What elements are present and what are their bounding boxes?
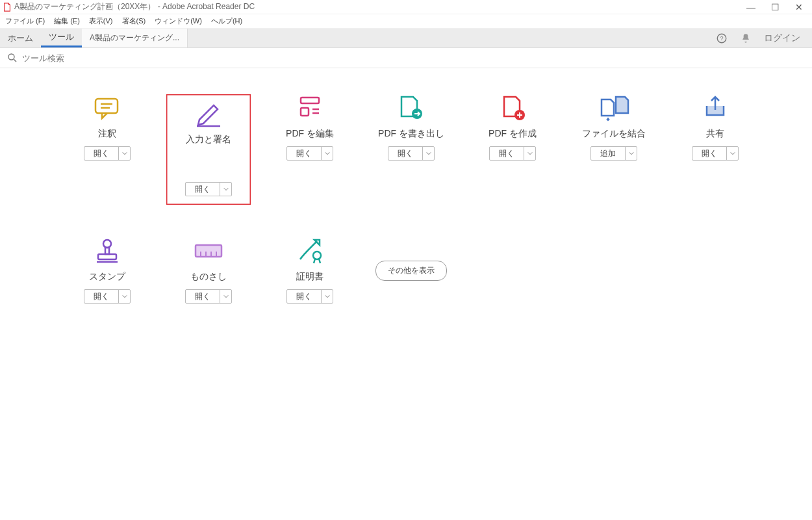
- chevron-down-icon[interactable]: [118, 147, 130, 160]
- tool-stamp[interactable]: スタンプ 開く: [65, 237, 149, 304]
- svg-point-2: [8, 54, 14, 60]
- tool-label: PDF を編集: [286, 128, 334, 140]
- tab-tools[interactable]: ツール: [41, 29, 82, 47]
- chevron-down-icon[interactable]: [321, 290, 333, 303]
- tool-label: 証明書: [296, 271, 324, 283]
- stamp-icon: [91, 237, 123, 265]
- tab-home[interactable]: ホーム: [0, 29, 41, 47]
- tool-certificate[interactable]: 証明書 開く: [268, 237, 352, 304]
- menubar: ファイル (F) 編集 (E) 表示(V) 署名(S) ウィンドウ(W) ヘルプ…: [0, 14, 812, 29]
- tool-fill-sign[interactable]: 入力と署名 開く: [166, 94, 251, 205]
- tool-create-pdf[interactable]: PDF を作成 開く: [470, 94, 555, 205]
- chevron-down-icon[interactable]: [524, 147, 535, 160]
- menu-file[interactable]: ファイル (F): [4, 15, 46, 27]
- edit-pdf-icon: [294, 94, 326, 122]
- chevron-down-icon[interactable]: [625, 147, 637, 160]
- bell-icon[interactable]: [741, 33, 751, 44]
- open-button[interactable]: 開く: [185, 182, 232, 196]
- create-pdf-icon: [496, 94, 529, 122]
- minimize-button[interactable]: —: [746, 2, 755, 12]
- add-button[interactable]: 追加: [590, 146, 637, 161]
- tool-export-pdf[interactable]: PDF を書き出し 開く: [369, 94, 453, 205]
- tool-label: 注釈: [98, 128, 116, 140]
- top-tabs: ホーム ツール A製品のマーケティング... ? ログイン: [0, 29, 812, 48]
- tool-measure[interactable]: ものさし 開く: [166, 237, 251, 304]
- tool-comment[interactable]: 注釈 開く: [65, 94, 149, 205]
- open-button[interactable]: 開く: [286, 146, 333, 161]
- chevron-down-icon[interactable]: [220, 290, 231, 303]
- combine-icon: [598, 94, 630, 122]
- tool-label: スタンプ: [89, 271, 125, 283]
- export-pdf-icon: [395, 94, 427, 122]
- show-more-button[interactable]: その他を表示: [375, 261, 447, 281]
- chevron-down-icon[interactable]: [220, 183, 231, 196]
- tool-combine[interactable]: ファイルを結合 追加: [572, 94, 656, 205]
- fill-sign-icon: [192, 100, 225, 127]
- svg-rect-4: [95, 99, 118, 113]
- tool-search-input[interactable]: [22, 53, 282, 63]
- menu-help[interactable]: ヘルプ(H): [210, 15, 244, 27]
- titlebar: A製品のマーケティング計画（20XX年） - Adobe Acrobat Rea…: [0, 0, 812, 14]
- tool-search-row: [0, 48, 812, 68]
- chevron-down-icon[interactable]: [118, 290, 130, 303]
- tool-label: ものさし: [190, 271, 227, 283]
- svg-rect-9: [301, 108, 309, 116]
- chevron-down-icon[interactable]: [422, 147, 434, 160]
- search-icon: [6, 52, 18, 64]
- svg-rect-16: [98, 254, 116, 259]
- open-button[interactable]: 開く: [692, 146, 739, 161]
- svg-point-14: [103, 240, 111, 248]
- app-pdf-icon: [3, 3, 12, 12]
- svg-point-23: [313, 252, 321, 259]
- open-button[interactable]: 開く: [84, 146, 131, 161]
- login-link[interactable]: ログイン: [764, 32, 800, 44]
- share-icon: [699, 94, 731, 122]
- svg-line-3: [14, 59, 16, 62]
- tool-share[interactable]: 共有 開く: [673, 94, 757, 205]
- chevron-down-icon[interactable]: [321, 147, 333, 160]
- svg-rect-8: [301, 98, 319, 103]
- help-icon[interactable]: ?: [716, 32, 728, 44]
- open-button[interactable]: 開く: [489, 146, 536, 161]
- open-button[interactable]: 開く: [286, 289, 333, 304]
- certificate-icon: [294, 237, 326, 265]
- tool-label: PDF を書き出し: [378, 128, 444, 140]
- tab-document[interactable]: A製品のマーケティング...: [82, 29, 188, 47]
- menu-window[interactable]: ウィンドウ(W): [153, 15, 203, 27]
- svg-rect-18: [196, 245, 222, 257]
- tool-edit-pdf[interactable]: PDF を編集 開く: [268, 94, 352, 205]
- ruler-icon: [192, 237, 225, 265]
- open-button[interactable]: 開く: [185, 289, 232, 304]
- tool-label: 入力と署名: [186, 134, 231, 146]
- window-title: A製品のマーケティング計画（20XX年） - Adobe Acrobat Rea…: [14, 1, 740, 12]
- menu-edit[interactable]: 編集 (E): [53, 15, 81, 27]
- chevron-down-icon[interactable]: [726, 147, 738, 160]
- menu-sign[interactable]: 署名(S): [121, 15, 147, 27]
- tool-label: PDF を作成: [488, 128, 537, 140]
- window-controls: — ☐ ✕: [740, 2, 809, 12]
- svg-text:?: ?: [720, 35, 723, 42]
- close-button[interactable]: ✕: [795, 2, 803, 12]
- svg-rect-15: [105, 248, 109, 254]
- menu-view[interactable]: 表示(V): [88, 15, 114, 27]
- maximize-button[interactable]: ☐: [771, 2, 780, 12]
- open-button[interactable]: 開く: [84, 289, 131, 304]
- tool-label: ファイルを結合: [582, 128, 646, 140]
- open-button[interactable]: 開く: [388, 146, 435, 161]
- tool-label: 共有: [706, 128, 724, 140]
- comment-icon: [91, 94, 123, 122]
- tools-panel: 注釈 開く 入力と署名 開く PDF を編集 開く PDF を書き出し 開く: [0, 68, 812, 330]
